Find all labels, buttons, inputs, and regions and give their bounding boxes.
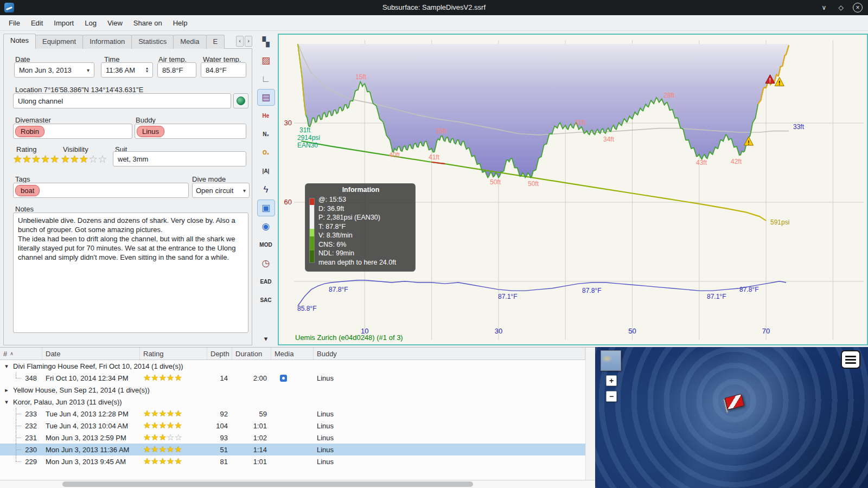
buddy-field[interactable]: Linus [135,124,246,139]
star-icon[interactable]: ★ [143,421,151,430]
column-header-depth[interactable]: Depth [207,348,232,359]
visibility-stars[interactable]: ★★★☆☆ [61,154,107,164]
location-input[interactable] [13,93,231,108]
star-icon[interactable]: ★ [167,374,174,382]
zoom-in-button[interactable]: + [606,375,617,386]
star-icon[interactable]: ★ [61,154,70,164]
time-input[interactable]: 11:36 AM ▴▾ [101,62,153,78]
tab-equipment[interactable]: Equipment [35,35,83,49]
dive-mode-select[interactable]: Open circuit ▾ [192,183,250,198]
star-icon[interactable]: ☆ [167,433,174,442]
trip-row[interactable]: ▸Yellow House, Sun Sep 21, 2014 (1 dive(… [0,384,585,396]
suit-input[interactable] [113,151,246,166]
star-icon[interactable]: ★ [143,433,151,442]
tab-statistics[interactable]: Statistics [131,35,174,49]
star-icon[interactable]: ★ [22,154,31,164]
star-icon[interactable]: ★ [143,374,151,382]
maximize-button[interactable]: ◇ [836,3,846,12]
star-icon[interactable]: ★ [151,409,158,418]
menu-import[interactable]: Import [48,17,79,29]
tab-notes[interactable]: Notes [3,34,36,49]
dive-row-348[interactable]: 348Fri Oct 10, 2014 12:34 PM★★★★★142:00L… [0,372,585,384]
sac-icon[interactable]: SAC [257,292,275,309]
dive-site-map[interactable]: + − [595,347,868,488]
star-icon[interactable]: ★ [31,154,41,164]
chevron-down-icon[interactable]: ▾ [3,399,10,406]
menu-help[interactable]: Help [168,17,193,29]
rating-stars[interactable]: ★★★★★ [13,154,59,164]
tab-e[interactable]: E [206,35,225,49]
tank-bar-icon[interactable]: ▤ [257,89,275,106]
tags-field[interactable]: boat [13,183,189,198]
photos-icon[interactable]: ▣ [257,200,275,216]
toolbar-collapse-icon[interactable]: ▾ [257,332,275,344]
column-header-duration[interactable]: Duration [232,348,271,359]
titlebar[interactable]: Subsurface: SampleDivesV2.ssrf ∨ ◇ × [0,0,868,15]
star-icon[interactable]: ★ [143,457,151,466]
star-icon[interactable]: ★ [143,409,151,418]
overview-minimap[interactable] [601,350,621,371]
map-location-button[interactable] [233,93,248,108]
notes-textarea[interactable]: Unbelievable dive. Dozens and dozens of … [13,213,248,333]
column-header-date[interactable]: Date [42,348,140,359]
water-temp-input[interactable] [201,62,246,78]
star-icon[interactable]: ☆ [88,154,98,164]
n2-graph-icon[interactable]: N₂ [257,126,275,143]
star-icon[interactable]: ★ [174,445,182,454]
minimize-button[interactable]: ∨ [819,3,829,12]
menu-file[interactable]: File [3,17,25,29]
menu-edit[interactable]: Edit [25,17,48,29]
dive-row-232[interactable]: 232Tue Jun 4, 2013 10:04 AM★★★★★1041:01L… [0,420,585,432]
menu-share-on[interactable]: Share on [128,17,168,29]
dive-row-229[interactable]: 229Mon Jun 3, 2013 9:45 AM★★★★★811:01Lin… [0,455,585,467]
mod-icon[interactable]: MOD [257,236,275,253]
he-graph-icon[interactable]: He [257,107,275,124]
star-icon[interactable]: ★ [151,457,158,466]
time-spinner-buttons[interactable]: ▴▾ [146,67,148,73]
tab-information[interactable]: Information [82,35,132,49]
ruler-icon[interactable]: ∟ [257,70,275,87]
buddy-tag[interactable]: Linus [137,126,164,137]
column-header-rating[interactable]: Rating [140,348,207,359]
chevron-right-icon[interactable]: ▸ [3,387,10,394]
column-header-buddy[interactable]: Buddy [314,348,585,359]
column-header-[interactable]: #∧ [0,348,42,359]
dive-row-231[interactable]: 231Mon Jun 3, 2013 2:59 PM★★★☆☆931:02Lin… [0,432,585,444]
star-icon[interactable]: ★ [151,374,158,382]
star-icon[interactable]: ★ [159,374,167,382]
star-icon[interactable]: ★ [159,457,167,466]
star-icon[interactable]: ★ [41,154,50,164]
close-button[interactable]: × [853,3,863,12]
star-icon[interactable]: ☆ [174,433,182,442]
tab-scroll-left-button[interactable]: ‹ [236,36,244,47]
ead-icon[interactable]: EAD [257,273,275,290]
ceiling-icon[interactable]: |A| [257,163,275,179]
dive-row-230[interactable]: 230Mon Jun 3, 2013 11:36 AM★★★★★511:14Li… [0,444,585,455]
map-menu-button[interactable] [841,350,860,369]
o2-graph-icon[interactable]: O₂ [257,144,275,161]
star-icon[interactable]: ★ [167,457,174,466]
star-icon[interactable]: ★ [167,409,174,418]
star-icon[interactable]: ★ [174,409,182,418]
tab-media[interactable]: Media [173,35,206,49]
star-icon[interactable]: ★ [167,421,174,430]
tag-chip[interactable]: boat [15,185,40,196]
star-icon[interactable]: ★ [143,445,151,454]
menu-view[interactable]: View [102,17,128,29]
star-icon[interactable]: ★ [151,433,158,442]
divemaster-tag[interactable]: Robin [15,126,44,137]
chevron-down-icon[interactable]: ▾ [3,363,10,370]
star-icon[interactable]: ★ [79,154,88,164]
dive-site-flag-marker[interactable] [722,393,746,416]
dive-computer-icon[interactable]: ▚ [257,34,275,50]
star-icon[interactable]: ★ [159,409,167,418]
zoom-out-button[interactable]: − [606,391,617,402]
dive-row-233[interactable]: 233Tue Jun 4, 2013 12:28 PM★★★★★9259Linu… [0,408,585,420]
star-icon[interactable]: ★ [70,154,79,164]
media-icon[interactable] [280,375,287,382]
star-icon[interactable]: ★ [174,374,182,382]
picture-icon[interactable]: ▨ [257,52,275,69]
star-icon[interactable]: ★ [159,445,167,454]
date-select[interactable]: Mon Jun 3, 2013 ▾ [14,62,94,78]
star-icon[interactable]: ★ [151,421,158,430]
